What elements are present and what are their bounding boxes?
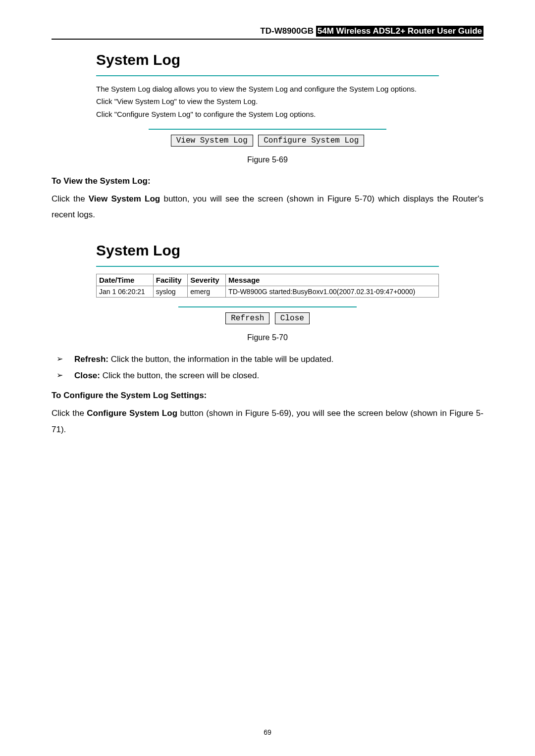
col-message: Message xyxy=(226,274,439,286)
refresh-button[interactable]: Refresh xyxy=(225,312,269,324)
log-table: Date/Time Facility Severity Message Jan … xyxy=(96,274,439,298)
system-log-viewer-screenshot: System Log Date/Time Facility Severity M… xyxy=(86,242,449,324)
panel2-title: System Log xyxy=(96,242,439,259)
configure-system-log-button[interactable]: Configure System Log xyxy=(258,135,364,147)
panel1-desc2: Click "View System Log" to view the Syst… xyxy=(96,96,439,107)
cell-severity: emerg xyxy=(188,286,226,297)
figure-caption-1: Figure 5-69 xyxy=(52,155,483,164)
bullet-list: Refresh: Click the button, the informati… xyxy=(52,351,483,384)
page-number: 69 xyxy=(0,728,535,736)
cell-datetime: Jan 1 06:20:21 xyxy=(97,286,154,297)
figure-caption-2: Figure 5-70 xyxy=(52,333,483,342)
panel2-hr-top xyxy=(96,266,439,267)
system-log-dialog-screenshot: System Log The System Log dialog allows … xyxy=(86,51,449,147)
section2-body: Click the Configure System Log button (s… xyxy=(52,405,483,438)
panel1-desc1: The System Log dialog allows you to view… xyxy=(96,83,439,95)
bullet-close-text: Click the button, the screen will be clo… xyxy=(100,371,259,380)
bullet-close-label: Close: xyxy=(74,371,100,380)
bullet-refresh: Refresh: Click the button, the informati… xyxy=(52,351,483,367)
section1-pre: Click the xyxy=(52,194,89,203)
header-rule xyxy=(52,39,483,40)
col-severity: Severity xyxy=(188,274,226,286)
doc-header: TD-W8900GB 54M Wireless ADSL2+ Router Us… xyxy=(52,26,483,37)
close-button[interactable]: Close xyxy=(275,312,310,324)
log-table-row: Jan 1 06:20:21 syslog emerg TD-W8900G st… xyxy=(97,286,439,297)
header-title: 54M Wireless ADSL2+ Router User Guide xyxy=(316,26,483,37)
section-heading-view: To View the System Log: xyxy=(52,173,483,189)
panel1-hr-bottom xyxy=(149,129,386,130)
section2-pre: Click the xyxy=(52,408,87,418)
cell-facility: syslog xyxy=(153,286,187,297)
cell-message: TD-W8900G started:BusyBoxv1.00(2007.02.3… xyxy=(226,286,439,297)
panel1-hr-top xyxy=(96,75,439,76)
bullet-refresh-text: Click the button, the information in the… xyxy=(108,354,334,364)
section1-bold: View System Log xyxy=(89,194,160,203)
panel1-desc3: Click "Configure System Log" to configur… xyxy=(96,108,439,120)
panel2-hr-bottom xyxy=(178,306,357,307)
section2-bold: Configure System Log xyxy=(87,408,177,418)
col-datetime: Date/Time xyxy=(97,274,154,286)
header-model: TD-W8900GB xyxy=(260,26,314,36)
panel1-title: System Log xyxy=(96,51,439,68)
section1-body: Click the View System Log button, you wi… xyxy=(52,191,483,223)
section-heading-configure: To Configure the System Log Settings: xyxy=(52,388,483,403)
bullet-close: Close: Click the button, the screen will… xyxy=(52,367,483,384)
view-system-log-button[interactable]: View System Log xyxy=(171,135,253,147)
bullet-refresh-label: Refresh: xyxy=(74,354,108,364)
log-table-header-row: Date/Time Facility Severity Message xyxy=(97,274,439,286)
col-facility: Facility xyxy=(153,274,187,286)
